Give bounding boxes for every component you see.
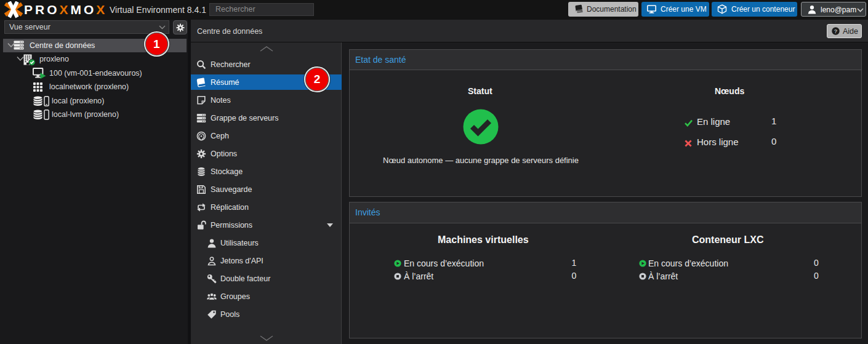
svg-text:?: ? xyxy=(834,28,838,34)
